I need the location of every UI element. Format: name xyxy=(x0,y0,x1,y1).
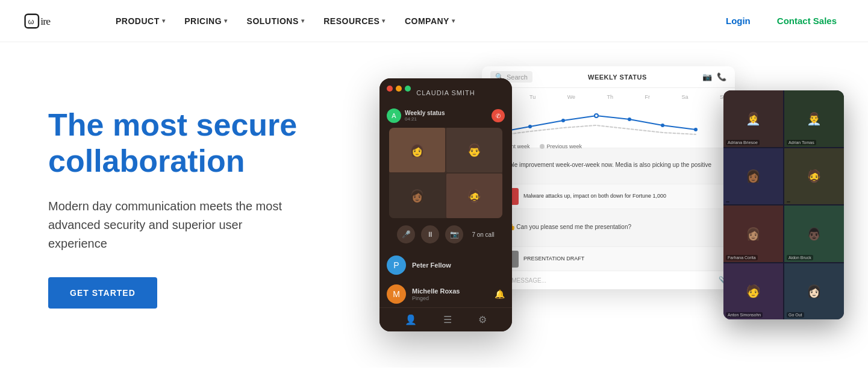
video-cell-2: 👨‍💼 Adrian Tomas xyxy=(784,90,844,147)
call-controls: 🎤 ⏸ 📷 7 on call xyxy=(384,221,507,248)
navbar: ω ire PRODUCT ▾ PRICING ▾ SOLUTIONS ▾ RE… xyxy=(0,0,868,42)
chart-svg xyxy=(490,102,726,139)
news-card: ode Malware attacks up, impact on both d… xyxy=(489,184,728,209)
end-call-button[interactable]: ✆ xyxy=(492,109,505,122)
dot-green xyxy=(405,86,411,92)
menu-icon[interactable]: ☰ xyxy=(443,314,452,325)
hero-visual: CLAUDIA SMITH A Weekly status 04:21 ✆ 👩 xyxy=(361,66,844,350)
hero-subtitle: Modern day communication meets the most … xyxy=(48,197,301,253)
message-item: David Great! 👍 Can you please send me th… xyxy=(489,215,728,231)
list-item[interactable]: M Michelle Roxas Pinged 🔔 xyxy=(379,280,512,309)
hero-section: The most secure collaboration Modern day… xyxy=(0,42,868,368)
avatar: M xyxy=(387,284,406,304)
video-icon[interactable]: 📷 xyxy=(702,72,712,81)
dot-yellow xyxy=(396,86,402,92)
nav-item-pricing[interactable]: PRICING ▾ xyxy=(177,11,234,31)
svg-point-8 xyxy=(661,124,664,127)
call-grid: 👩 👨 👩🏾 🧔 xyxy=(389,128,502,218)
notification-icon: 🔔 xyxy=(495,289,505,299)
video-cell-5: 👩🏽 Farhana Corita xyxy=(723,205,783,262)
avatar: A xyxy=(387,108,401,123)
svg-point-6 xyxy=(595,114,598,118)
message-item: Alison Noticeable improvement week-over-… xyxy=(489,153,728,178)
message-item: ode Malware attacks up, impact on both d… xyxy=(489,184,728,209)
desktop-header: 🔍 Search WEEKLY STATUS 📷 📞 xyxy=(482,66,735,88)
nav-item-product[interactable]: PRODUCT ▾ xyxy=(108,11,172,31)
get-started-button[interactable]: GET STARTED xyxy=(48,277,157,309)
nav-item-resources[interactable]: RESOURCES ▾ xyxy=(316,11,393,31)
chevron-down-icon: ▾ xyxy=(162,17,166,24)
chevron-down-icon: ▾ xyxy=(301,17,305,24)
list-item[interactable]: P Peter Fellow xyxy=(379,251,512,280)
chevron-down-icon: ▾ xyxy=(452,17,455,24)
login-button[interactable]: Login xyxy=(719,11,758,31)
logo[interactable]: ω ire xyxy=(24,10,72,32)
chart-labels: MoTuWeThFrSaSu xyxy=(490,94,726,100)
contacts-icon[interactable]: 👤 xyxy=(405,314,417,325)
call-label: Weekly status xyxy=(405,110,488,116)
svg-point-9 xyxy=(694,128,698,131)
call-cell-4: 🧔 xyxy=(446,174,502,218)
message-list: Alison Noticeable improvement week-over-… xyxy=(482,148,735,283)
nav-links: PRODUCT ▾ PRICING ▾ SOLUTIONS ▾ RESOURCE… xyxy=(108,11,719,31)
dot-red xyxy=(387,86,393,92)
video-cell-1: 👩‍💼 Adriana Briesoe xyxy=(723,90,783,147)
call-count: 7 on call xyxy=(472,231,494,238)
desktop-mockup: 🔍 Search WEEKLY STATUS 📷 📞 MoTuWeThFrSaS… xyxy=(482,66,735,289)
mute-button[interactable]: 🎤 xyxy=(397,225,415,243)
phone-icon[interactable]: 📞 xyxy=(717,72,726,81)
svg-point-4 xyxy=(528,125,532,128)
hero-content: The most secure collaboration Modern day… xyxy=(48,107,361,309)
message-item: Silvia PDF PRESENTATION DRAFT xyxy=(489,237,728,272)
svg-point-7 xyxy=(628,118,631,121)
phone-mockup: CLAUDIA SMITH A Weekly status 04:21 ✆ 👩 xyxy=(379,78,512,331)
svg-text:ire: ire xyxy=(40,15,51,27)
chart-area: MoTuWeThFrSaSu xyxy=(482,88,735,148)
desktop-icons: 📷 📞 xyxy=(702,72,726,81)
pause-button[interactable]: ⏸ xyxy=(421,225,439,243)
file-card: PDF PRESENTATION DRAFT xyxy=(489,246,728,272)
chart-title: WEEKLY STATUS xyxy=(588,74,647,81)
call-cell-1: 👩 xyxy=(389,128,445,172)
video-cell-3: 👩🏾 xyxy=(723,148,783,205)
nav-item-company[interactable]: COMPANY ▾ xyxy=(398,11,463,31)
phone-bottom: 👤 ☰ ⚙ xyxy=(379,307,512,331)
call-cell-2: 👨 xyxy=(446,128,502,172)
nav-item-solutions[interactable]: SOLUTIONS ▾ xyxy=(240,11,312,31)
contact-sales-button[interactable]: Contact Sales xyxy=(770,11,844,31)
nav-actions: Login Contact Sales xyxy=(719,11,844,31)
hero-title: The most secure collaboration xyxy=(48,107,337,180)
phone-header: CLAUDIA SMITH xyxy=(379,78,512,102)
video-cell-8: 👩🏻 Go Out xyxy=(784,263,844,320)
video-cell-7: 🧑 Anton Simonsohn xyxy=(723,263,783,320)
settings-icon[interactable]: ⚙ xyxy=(478,314,487,325)
chevron-down-icon: ▾ xyxy=(382,17,386,24)
call-time: 04:21 xyxy=(405,116,488,122)
avatar: P xyxy=(387,256,406,275)
video-cell-4: 🧔 xyxy=(784,148,844,205)
svg-point-5 xyxy=(561,119,565,122)
camera-button[interactable]: 📷 xyxy=(445,225,463,243)
chevron-down-icon: ▾ xyxy=(224,17,228,24)
phone-icon: ✆ xyxy=(496,113,501,119)
video-call-overlay: 👩‍💼 Adriana Briesoe 👨‍💼 Adrian Tomas 👩🏾 … xyxy=(723,90,844,319)
video-cell-6: 👨🏿 Aidon Bruck xyxy=(784,205,844,262)
phone-title: CLAUDIA SMITH xyxy=(416,84,475,99)
message-input-area: TYPE A MESSAGE... 📎 xyxy=(482,271,735,289)
legend-dot-previous xyxy=(540,144,545,149)
svg-text:ω: ω xyxy=(28,16,34,25)
call-cell-3: 👩🏾 xyxy=(389,174,445,218)
